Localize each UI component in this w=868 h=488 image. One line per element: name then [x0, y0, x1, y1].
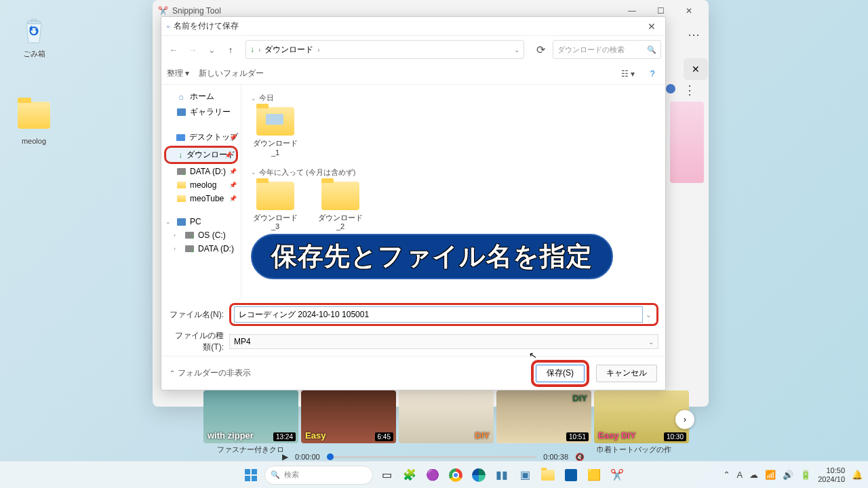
address-history-dropdown[interactable]: ⌄ — [514, 46, 519, 54]
tray-chevron[interactable]: ⌃ — [723, 470, 730, 480]
snipping-tool-button[interactable]: ✂️ — [608, 466, 627, 485]
file-item[interactable]: ダウンロード_3 — [251, 182, 300, 232]
start-button[interactable] — [241, 466, 260, 485]
file-item[interactable]: ダウンロード_2 — [316, 182, 365, 232]
avatar-icon[interactable] — [666, 84, 675, 94]
cancel-button[interactable]: キャンセル — [596, 365, 657, 382]
maximize-button[interactable]: ☐ — [646, 6, 675, 16]
nav-pc[interactable]: ⌄PC — [161, 215, 241, 228]
filename-label: ファイル名(N): — [168, 309, 229, 321]
chrome-button[interactable] — [446, 466, 465, 485]
nav-home[interactable]: ⌂ホーム — [161, 89, 241, 104]
edge-button[interactable] — [469, 466, 488, 485]
folder-icon — [321, 182, 359, 210]
cloud-icon[interactable]: ☁ — [749, 470, 758, 480]
nav-forward-button[interactable]: → — [184, 41, 201, 58]
filename-dropdown[interactable]: ⌄ — [643, 311, 654, 319]
hide-folders-toggle[interactable]: ⌃フォルダーの非表示 — [170, 367, 251, 379]
desktop-recycle-bin[interactable]: ごみ箱 — [10, 14, 58, 59]
dialog-title: 名前を付けて保存 — [174, 20, 239, 32]
desktop-icon-label: meolog — [10, 137, 58, 145]
browser-thumbnail — [670, 102, 704, 183]
browser-close-tab[interactable]: ✕ — [684, 58, 708, 80]
volume-icon[interactable]: 🔊 — [783, 470, 793, 480]
new-folder-button[interactable]: 新しいフォルダー — [199, 68, 264, 79]
copilot-button[interactable]: 🟣 — [423, 466, 442, 485]
organize-menu[interactable]: 整理 ▾ — [167, 68, 189, 79]
nav-folder-meotube[interactable]: meoTube📌 — [161, 192, 241, 205]
play-button[interactable]: ▶ — [282, 452, 288, 462]
video-thumbnail[interactable]: Easy6:45 — [301, 390, 396, 443]
breadcrumb-segment[interactable]: ダウンロード — [264, 44, 313, 56]
nav-up-button[interactable]: ↑ — [222, 41, 239, 58]
store-button[interactable] — [561, 466, 580, 485]
folder-icon — [256, 107, 294, 136]
nav-back-button[interactable]: ← — [165, 41, 182, 58]
file-item[interactable]: ダウンロード_1 — [251, 107, 300, 158]
nav-downloads[interactable]: ↓ダウンロード📌 — [164, 146, 238, 164]
more-icon[interactable]: ⋮ — [684, 83, 696, 98]
desktop-folder-meolog[interactable]: meolog — [10, 102, 58, 145]
expand-icon[interactable]: ⌄ — [165, 218, 171, 225]
taskbar-app[interactable]: ▣ — [515, 466, 534, 485]
filename-input[interactable] — [234, 306, 643, 323]
expand-icon[interactable]: › — [174, 232, 176, 239]
filetype-select[interactable]: MP4⌄ — [229, 334, 658, 349]
duration: 0:00:38 — [543, 453, 568, 461]
drive-icon — [184, 244, 194, 253]
expand-icon[interactable]: › — [174, 245, 176, 252]
taskbar-search[interactable]: 🔍検索 — [264, 466, 373, 485]
video-thumbnail[interactable]: with zipper13:24 — [203, 390, 298, 443]
pin-icon: 📌 — [224, 152, 232, 159]
gallery-icon — [176, 108, 186, 117]
taskbar-app[interactable]: 🟨 — [585, 466, 604, 485]
window-title: Snipping Tool — [172, 6, 221, 16]
help-button[interactable]: ? — [645, 69, 660, 79]
minimize-button[interactable]: — — [618, 6, 646, 16]
folder-icon — [176, 180, 186, 190]
seek-knob[interactable] — [327, 453, 334, 460]
wifi-icon[interactable]: 📶 — [765, 470, 776, 480]
notifications-icon[interactable]: 🔔 — [852, 470, 863, 480]
task-view-button[interactable]: ▭ — [377, 466, 396, 485]
address-bar[interactable]: ↓ › ダウンロード › ⌄ — [245, 40, 524, 59]
ime-indicator[interactable]: A — [737, 470, 743, 480]
view-options-button[interactable]: ☷ ▾ — [620, 69, 635, 79]
video-thumbnail[interactable]: DIY — [399, 390, 494, 443]
battery-icon[interactable]: 🔋 — [800, 470, 811, 480]
folder-icon — [18, 102, 50, 134]
video-thumbnail[interactable]: DIY10:51 — [496, 390, 591, 443]
nav-folder-meolog[interactable]: meolog📌 — [161, 178, 241, 192]
nav-recent-dropdown[interactable]: ⌄ — [203, 41, 220, 58]
search-box[interactable]: ダウンロードの検索 🔍 — [553, 40, 661, 59]
dialog-close-button[interactable]: ✕ — [644, 21, 660, 32]
group-header-today[interactable]: ⌄今日 — [251, 93, 656, 103]
refresh-button[interactable]: ⟳ — [531, 40, 550, 59]
nav-drive-d2[interactable]: ›DATA (D:) — [161, 242, 241, 256]
clock[interactable]: 10:50 2024/10 — [818, 466, 845, 483]
nav-drive-c[interactable]: ›OS (C:) — [161, 228, 241, 242]
nav-drive-d[interactable]: DATA (D:)📌 — [161, 165, 241, 178]
explorer-button[interactable] — [538, 466, 557, 485]
pc-icon — [176, 217, 186, 226]
filename-highlight-ring: ⌄ — [229, 303, 658, 326]
drive-icon — [184, 230, 194, 240]
seek-track[interactable] — [327, 456, 537, 458]
taskbar-app[interactable]: 🧩 — [400, 466, 419, 485]
group-header-thisyear[interactable]: ⌄今年に入って (今月は含めず) — [251, 167, 656, 178]
close-button[interactable]: ✕ — [675, 6, 703, 16]
taskbar-app[interactable]: ▮▮ — [492, 466, 511, 485]
home-icon: ⌂ — [176, 92, 186, 102]
folder-icon — [541, 470, 555, 481]
thumbnails-next-button[interactable]: › — [675, 410, 694, 429]
nav-gallery[interactable]: ギャラリー — [161, 104, 241, 120]
save-as-dialog: ▫ 名前を付けて保存 ✕ ← → ⌄ ↑ ↓ › ダウンロード › ⌄ ⟳ ダウ… — [161, 16, 666, 390]
folder-icon — [176, 194, 186, 203]
drive-icon — [176, 167, 186, 176]
save-button[interactable]: 保存(S) — [536, 365, 585, 382]
overflow-icon[interactable]: ⋯ — [688, 27, 701, 42]
volume-icon[interactable]: 🔇 — [575, 453, 585, 462]
nav-desktop[interactable]: デスクトップ📌 — [161, 129, 241, 145]
download-icon: ↓ — [178, 150, 182, 160]
video-thumbnail[interactable]: Easy DIY10:30 — [594, 390, 689, 443]
